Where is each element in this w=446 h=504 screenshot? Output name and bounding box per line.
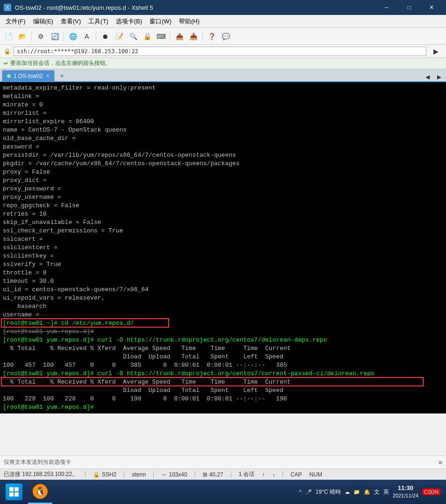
toolbar-open[interactable]: 📂 xyxy=(16,30,29,43)
toolbar-script[interactable]: 📝 xyxy=(113,30,126,43)
close-button[interactable]: ✕ xyxy=(421,0,442,15)
terminal-line: minrate = 0 xyxy=(3,101,443,109)
taskbar-right: ^ 🎤 19°C 晴時 ☁ 📁 🔔 文 英 11:30 2021/11/24 C… xyxy=(295,480,444,504)
terminal-line: Dload Upload Total Spent Left Speed xyxy=(3,353,443,361)
add-tab-button[interactable]: + xyxy=(57,70,68,81)
tab-nav-left[interactable]: ◀ xyxy=(423,73,432,81)
terminal-line: sslclientkey = xyxy=(3,252,443,260)
svg-rect-1 xyxy=(14,487,19,491)
app-icon: X xyxy=(4,4,11,11)
tab-bar: 1 OS-tsw02 ✕ + ◀ ▶ xyxy=(0,69,446,82)
menu-file[interactable]: 文件(F) xyxy=(2,15,29,28)
terminal-wrapper: metadata_expire_filter = read-only:prese… xyxy=(0,82,446,455)
terminal-line: pkgdir = /var/cache/yum/x86_64/7/centos-… xyxy=(3,160,443,168)
window-controls: ─ □ ✕ xyxy=(376,0,442,15)
terminal[interactable]: metadata_expire_filter = read-only:prese… xyxy=(0,82,446,413)
terminal-line: name = CentOS-7 - OpenStack queens xyxy=(3,126,443,134)
clock-date: 2021/11/24 xyxy=(393,492,418,499)
systray-mic: 🎤 xyxy=(305,489,312,495)
status-arrow-up[interactable]: ↑ xyxy=(262,471,265,478)
toolbar-keyboard[interactable]: ⌨ xyxy=(155,30,168,43)
toolbar-globe[interactable]: 🌐 xyxy=(66,30,79,43)
toolbar-lock[interactable]: 🔒 xyxy=(141,30,154,43)
tab-close-icon[interactable]: ✕ xyxy=(46,73,50,78)
terminal-line: metadata_expire_filter = read-only:prese… xyxy=(3,84,443,92)
penguin-icon: 🐧 xyxy=(35,486,45,497)
tab-navigation: ◀ ▶ xyxy=(423,73,444,81)
terminal-line: password = xyxy=(3,143,443,151)
lock-status-icon: 🔒 xyxy=(93,471,100,478)
tab-nav-right[interactable]: ▶ xyxy=(434,73,444,81)
menu-edit[interactable]: 编辑(E) xyxy=(29,15,57,28)
bottom-input-menu-icon[interactable]: ≡ xyxy=(439,459,442,466)
systray-folder: 📁 xyxy=(354,489,360,495)
clock-time: 11:30 xyxy=(393,484,418,492)
start-button[interactable] xyxy=(2,480,26,504)
terminal-line: mirrorlist = xyxy=(3,109,443,118)
terminal-line: skip_if_unavailable = False xyxy=(3,218,443,227)
status-cap: CAP xyxy=(290,471,302,478)
terminal-line: ui_id = centos-openstack-queens/7/x86_64 xyxy=(3,286,443,294)
terminal-line: proxy_dict = xyxy=(3,176,443,185)
terminal-line: ui_repoid_vars = releasever, xyxy=(3,294,443,302)
terminal-line: old_base_cache_dir = xyxy=(3,134,443,143)
terminal-line: proxy = False xyxy=(3,168,443,176)
status-position: ⊞ 40,27 xyxy=(203,471,223,478)
menu-help[interactable]: 帮助(H) xyxy=(175,15,203,28)
toolbar-settings[interactable]: ⚙ xyxy=(34,30,47,43)
terminal-line: ssl_check_cert_permissions = True xyxy=(3,227,443,235)
minimize-button[interactable]: ─ xyxy=(376,0,397,15)
menu-window[interactable]: 窗口(W) xyxy=(146,15,175,28)
toolbar-font[interactable]: A xyxy=(80,30,93,43)
terminal-line: repo_gpgcheck = False xyxy=(3,202,443,210)
taskbar-clock[interactable]: 11:30 2021/11/24 xyxy=(393,484,418,500)
status-protocol: 🔒 SSH2 xyxy=(93,471,116,478)
toolbar-new[interactable]: 📄 xyxy=(2,30,15,43)
terminal-line: mirrorlist_expire = 86400 xyxy=(3,118,443,126)
position-icon: ⊞ xyxy=(203,471,207,478)
csdn-badge[interactable]: CSDN xyxy=(422,489,440,495)
tab-status-dot xyxy=(7,74,11,78)
toolbar-refresh[interactable]: 🔄 xyxy=(48,30,61,43)
hint-bar: ↵ 要添加当前会话，点击左侧的箭头按钮。 xyxy=(0,58,446,69)
systray-lang1[interactable]: 文 xyxy=(374,488,380,496)
highlight-box-1 xyxy=(1,318,169,328)
tab-1[interactable]: 1 OS-tsw02 ✕ xyxy=(2,70,55,81)
highlight-box-2 xyxy=(1,377,424,386)
address-bar: 🔒 ▶ xyxy=(0,45,446,58)
terminal-line: retries = 10 xyxy=(3,210,443,218)
taskbar-xshell-app[interactable]: 🐧 xyxy=(28,480,52,504)
menu-view[interactable]: 查看(V) xyxy=(57,15,85,28)
status-arrow-down[interactable]: ↓ xyxy=(272,471,275,478)
toolbar-help[interactable]: ❓ xyxy=(205,30,218,43)
toolbar-record[interactable]: ⏺ xyxy=(99,30,112,43)
menu-tools[interactable]: 工具(T) xyxy=(85,15,112,28)
terminal-line: timeout = 30.0 xyxy=(3,277,443,286)
systray-cloud: ☁ xyxy=(345,489,350,495)
status-sessions: 1 会话 xyxy=(239,470,255,478)
toolbar-comment[interactable]: 💬 xyxy=(219,30,232,43)
terminal-line: basearch xyxy=(3,302,443,311)
menu-tab[interactable]: 选项卡(B) xyxy=(112,15,146,28)
toolbar-receive[interactable]: 📥 xyxy=(187,30,200,43)
terminal-line: persistdir = /var/lib/yum/repos/x86_64/7… xyxy=(3,151,443,160)
toolbar-zoom[interactable]: 🔍 xyxy=(127,30,140,43)
status-bar: 已连接 192.168.253.100:22。 🔒 SSH2 xterm ↔ 1… xyxy=(0,469,446,480)
bottom-input-label: 仅将文本发送到当前选项卡 xyxy=(4,458,435,466)
terminal-line: 100 457 100 457 0 0 385 0 0:00:01 0:00:0… xyxy=(3,361,443,370)
systray-caret[interactable]: ^ xyxy=(299,489,301,495)
address-go-button[interactable]: ▶ xyxy=(429,45,442,58)
terminal-line: [root@tsw01 yum.repos.d]# curl -O https:… xyxy=(3,336,443,344)
status-connection: 已连接 192.168.253.100:22。 xyxy=(4,470,78,478)
terminal-line: proxy_username = xyxy=(3,193,443,202)
maximize-button[interactable]: □ xyxy=(398,0,420,15)
hint-text: 要添加当前会话，点击左侧的箭头按钮。 xyxy=(10,59,111,67)
terminal-line: proxy_password = xyxy=(3,185,443,193)
toolbar-send[interactable]: 📤 xyxy=(173,30,186,43)
terminal-line: Dload Upload Total Spent Left Speed xyxy=(3,386,443,395)
systray-bell: 🔔 xyxy=(364,489,370,495)
bottom-input-bar: 仅将文本发送到当前选项卡 ≡ xyxy=(0,455,446,469)
terminal-line: sslclientcert = xyxy=(3,244,443,252)
systray-lang2[interactable]: 英 xyxy=(383,488,389,496)
address-input[interactable] xyxy=(14,47,426,56)
